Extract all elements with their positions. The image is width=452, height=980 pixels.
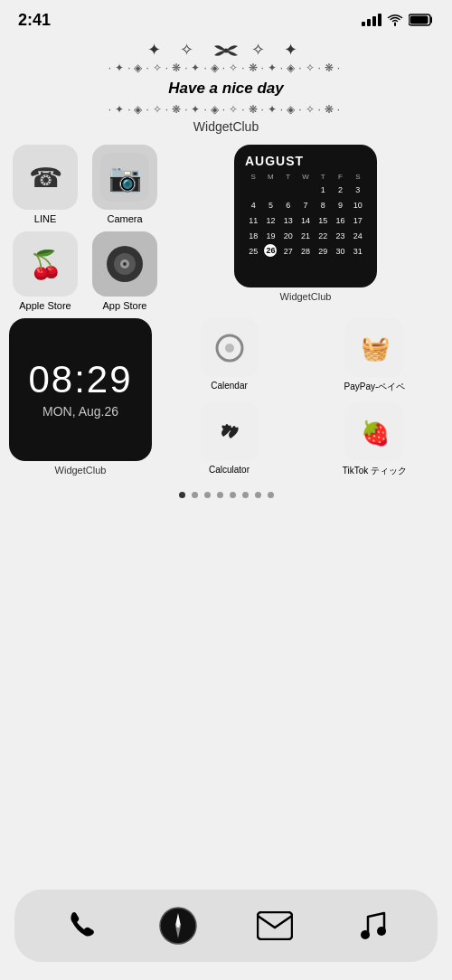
vinyl-svg (100, 240, 149, 288)
small-icons-grid: Calendar 🧺 PayPay-ペイペ Calcul (161, 318, 443, 477)
app-app-store-label: App Store (103, 300, 147, 311)
main-content-row1: ☎ LINE 📷 Camera 🍒 Apple Stor (0, 145, 452, 311)
app-calendar[interactable]: Calendar (161, 318, 297, 393)
app-paypay-label: PayPay-ペイペ (344, 381, 406, 393)
nice-day-text: Have a nice day (0, 80, 452, 98)
app-app-store-icon (92, 231, 157, 297)
app-paypay[interactable]: 🧺 PayPay-ペイペ (306, 318, 443, 393)
app-apple-store-icon: 🍒 (13, 231, 78, 297)
dock-safari-icon (158, 906, 198, 946)
app-calculator[interactable]: Calculator (161, 402, 297, 477)
svg-point-28 (361, 930, 370, 939)
status-bar: 2:41 (0, 0, 452, 36)
camera-svg: 📷 (100, 153, 149, 202)
page-dot-8[interactable] (268, 492, 274, 498)
clock-widget-label: WidgetClub (55, 465, 107, 476)
page-dot-3[interactable] (204, 492, 211, 498)
widget-club-header-label: WidgetClub (0, 119, 452, 134)
page-dot-2[interactable] (192, 492, 198, 498)
dock-music-icon (355, 908, 388, 944)
basket-svg: 🧺 (353, 325, 398, 371)
dock-safari[interactable] (153, 900, 203, 951)
svg-point-13 (123, 262, 127, 266)
clock-widget[interactable]: 08:29 MON, Aug.26 (9, 318, 152, 461)
app-app-store[interactable]: App Store (89, 231, 161, 311)
dock-phone[interactable] (56, 900, 107, 951)
status-icons (362, 14, 434, 26)
wifi-icon (387, 14, 403, 26)
cherry-svg: 🍒 (21, 240, 70, 288)
calendar-widget-label: WidgetClub (280, 291, 332, 302)
battery-icon (409, 14, 434, 26)
page-dot-5[interactable] (230, 492, 236, 498)
svg-text:📷: 📷 (108, 162, 143, 194)
app-apple-store[interactable]: 🍒 Apple Store (9, 231, 81, 311)
svg-text:🍓: 🍓 (361, 419, 391, 448)
app-calculator-icon (200, 402, 259, 461)
dock (14, 890, 438, 962)
bow-decoration: ✦ ✧ ✧ ✦ (0, 40, 452, 60)
svg-text:🍒: 🍒 (29, 249, 63, 281)
svg-text:🧺: 🧺 (361, 334, 391, 363)
app-paypay-icon: 🧺 (345, 318, 404, 377)
cal-header-s: S (245, 172, 261, 182)
calendar-ring-svg (207, 325, 252, 371)
svg-point-2 (224, 49, 229, 53)
app-tiktok[interactable]: 🍓 TikTok ティック (306, 402, 443, 477)
svg-rect-19 (207, 410, 252, 455)
svg-rect-27 (258, 912, 292, 939)
widget-row: 08:29 MON, Aug.26 WidgetClub Calendar 🧺 (0, 318, 452, 477)
calendar-today: 26 (264, 244, 277, 257)
app-tiktok-label: TikTok ティック (343, 465, 407, 477)
strawberry-svg: 🍓 (353, 410, 398, 455)
svg-text:☎: ☎ (29, 163, 62, 193)
app-apple-store-label: Apple Store (19, 300, 71, 311)
signal-icon (362, 14, 381, 26)
app-calculator-label: Calculator (209, 465, 250, 475)
clock-time: 08:29 (28, 361, 132, 399)
sparkle-row-2: ·✦·◈·✧·❋·✦·◈·✧·❋·✦·◈·✧·❋· (0, 103, 452, 116)
dock-music[interactable] (346, 900, 397, 951)
cal-header-w: W (297, 172, 314, 182)
dock-mail-icon (257, 911, 293, 940)
app-tiktok-icon: 🍓 (345, 402, 404, 461)
cal-header-f: F (332, 172, 348, 182)
calendar-month: AUGUST (245, 154, 366, 168)
app-camera-icon: 📷 (92, 145, 157, 210)
sparkle-row-1: ·✦·◈·✧·❋·✦·◈·✧·❋·✦·◈·✧·❋· (0, 61, 452, 74)
calendar-widget[interactable]: AUGUST S M T W T F S 1 2 3 4 5 6 (234, 145, 377, 287)
app-line-icon: ☎ (13, 145, 78, 210)
clock-widget-container: 08:29 MON, Aug.26 WidgetClub (9, 318, 152, 476)
app-camera-label: Camera (107, 213, 142, 224)
cal-header-m: M (262, 172, 278, 182)
app-line[interactable]: ☎ LINE (9, 145, 81, 224)
dock-phone-icon (63, 908, 99, 944)
app-camera[interactable]: 📷 Camera (89, 145, 161, 224)
page-dot-7[interactable] (255, 492, 261, 498)
cal-header-s2: S (350, 172, 366, 182)
calendar-widget-container: AUGUST S M T W T F S 1 2 3 4 5 6 (168, 145, 443, 302)
svg-point-26 (176, 924, 180, 928)
svg-rect-1 (410, 16, 428, 24)
status-time: 2:41 (18, 11, 51, 30)
cal-header-t2: T (315, 172, 331, 182)
hearts-svg (207, 410, 252, 455)
clock-date: MON, Aug.26 (42, 404, 118, 419)
app-calendar-icon (200, 318, 259, 377)
bow-icon (212, 42, 240, 60)
app-calendar-label: Calendar (211, 381, 248, 391)
page-dots (0, 492, 452, 498)
telephone-svg: ☎ (21, 153, 70, 202)
page-dot-6[interactable] (242, 492, 249, 498)
header-decoration: ✦ ✧ ✧ ✦ ·✦·◈·✧·❋·✦·◈·✧·❋·✦·◈·✧·❋· Have a… (0, 36, 452, 141)
app-line-label: LINE (34, 213, 56, 224)
svg-point-16 (225, 344, 234, 353)
page-dot-4[interactable] (217, 492, 223, 498)
svg-point-29 (377, 927, 386, 936)
dock-mail[interactable] (250, 900, 300, 951)
calendar-grid: S M T W T F S 1 2 3 4 5 6 7 8 (245, 172, 366, 259)
cal-header-t: T (280, 172, 297, 182)
page-dot-1[interactable] (179, 492, 185, 498)
app-icons-left: ☎ LINE 📷 Camera 🍒 Apple Stor (9, 145, 161, 311)
